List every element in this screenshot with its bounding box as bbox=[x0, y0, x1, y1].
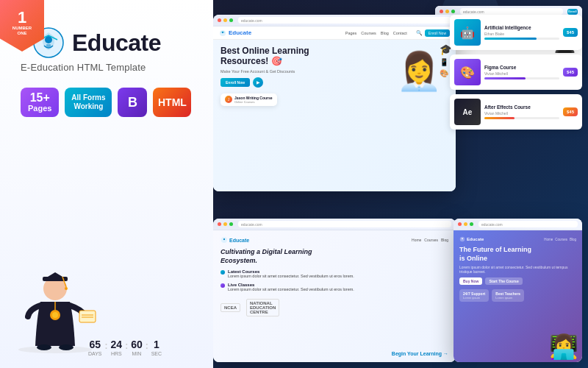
br-stat-teachers: Best Teachers Lorem ipsum bbox=[492, 289, 524, 302]
br-nav: Educate Home Courses Blog bbox=[459, 236, 576, 242]
bootstrap-badge: B bbox=[118, 88, 147, 117]
ai-info: Artificial Intelligence Ethan Blake bbox=[484, 25, 559, 40]
ai-price[interactable]: $45 bbox=[563, 28, 578, 37]
main-dot-minimize bbox=[223, 18, 227, 22]
latest-dot bbox=[220, 270, 225, 275]
main-dot-close bbox=[218, 18, 221, 22]
partner-national: NATIONALEDUCATIONCENTRE bbox=[246, 299, 279, 316]
main-nav-actions: 🔍 Enroll Now bbox=[416, 29, 450, 37]
preview-bottom-right: educate.com Educate Home Courses bbox=[453, 219, 582, 362]
dot-minimize bbox=[445, 10, 449, 13]
main-container: 1 NUMBERONE Educate E-Education HTML Tem… bbox=[0, 0, 588, 368]
main-enroll-btn[interactable]: Enroll Now bbox=[425, 29, 450, 37]
separator-2: : bbox=[123, 341, 129, 351]
bl-nav-home: Home bbox=[412, 238, 421, 242]
main-nav-links: Pages Courses Blog Contact bbox=[345, 31, 407, 35]
bottom-cta: Begin Your Learning → bbox=[392, 351, 448, 356]
preview-main: educate.com Educate Pages Courses Blog C… bbox=[213, 15, 456, 191]
svg-rect-9 bbox=[79, 311, 96, 322]
ae-thumb: Ae bbox=[454, 99, 481, 125]
br-start-btn[interactable]: Start The Course bbox=[485, 277, 522, 285]
days-label: Days bbox=[88, 351, 102, 356]
badge-subtitle: Online Courses bbox=[234, 100, 273, 104]
bottom-feature-live: Live Classes Lorem ipsum dolor sit amet … bbox=[220, 283, 448, 293]
br-nav-logo: Educate bbox=[459, 236, 484, 242]
br-person: 👩‍💻 bbox=[549, 335, 578, 358]
main-nav-logo: Educate bbox=[219, 29, 251, 37]
br-title: The Future of Learningis Online bbox=[459, 246, 576, 263]
svg-point-3 bbox=[18, 346, 92, 353]
play-btn[interactable]: ▶ bbox=[253, 77, 263, 88]
bl-nav-links: Home Courses Blog bbox=[412, 238, 448, 242]
separator-3: : bbox=[144, 341, 150, 351]
bl-nav: Educate Home Courses Blog bbox=[220, 236, 448, 244]
html-badge: HTML bbox=[153, 88, 191, 117]
stats-row: 65 Days : 24 Hrs : 60 Min : 1 Sec bbox=[88, 339, 198, 356]
browser-url: educate.com bbox=[460, 8, 563, 15]
figma-thumb: 🎨 bbox=[454, 59, 481, 85]
svg-rect-2 bbox=[46, 44, 51, 47]
svg-point-24 bbox=[462, 238, 463, 239]
bottom-right-content: Educate Home Courses Blog The Future of … bbox=[453, 230, 582, 362]
ae-price[interactable]: $45 bbox=[563, 107, 578, 116]
pages-badge: 15+ Pages bbox=[21, 88, 59, 117]
br-support-desc: Lorem ipsum bbox=[463, 296, 485, 300]
badge-number: 1 bbox=[18, 10, 26, 26]
pages-label: Pages bbox=[28, 104, 51, 113]
br-brand: Educate bbox=[467, 237, 484, 241]
main-hero-subtitle: Make Your Free Account & Get Discounts bbox=[220, 69, 390, 74]
br-dot-maximize bbox=[470, 222, 473, 226]
main-nav-pages: Pages bbox=[345, 31, 357, 35]
seconds-label: Sec bbox=[151, 351, 162, 356]
bottom-feature-latest: Latest Courses Lorem ipsum dolor sit ame… bbox=[220, 269, 448, 280]
br-nav-blog: Blog bbox=[570, 238, 576, 241]
figma-price[interactable]: $45 bbox=[563, 68, 578, 77]
figma-author: Vivian Mitchell bbox=[484, 71, 559, 76]
ae-info: After Effects Course Vivian Mitchell bbox=[484, 105, 559, 120]
br-nav-home: Home bbox=[544, 238, 553, 241]
left-panel: 1 NUMBERONE Educate E-Education HTML Tem… bbox=[0, 0, 213, 368]
svg-marker-6 bbox=[48, 272, 62, 277]
figma-title: Figma Course bbox=[484, 65, 559, 71]
partner-logos: NCEA NATIONALEDUCATIONCENTRE bbox=[220, 299, 448, 316]
br-buy-btn[interactable]: Buy Now bbox=[459, 277, 482, 285]
br-dot-close bbox=[458, 222, 462, 226]
main-enroll-hero-btn[interactable]: Enroll Now bbox=[220, 78, 250, 87]
feature-badges: 15+ Pages All FormsWorking B HTML bbox=[21, 88, 193, 117]
main-hero-text: Best Online LearningResources! 🎯 Make Yo… bbox=[220, 46, 390, 185]
hours-number: 24 bbox=[111, 339, 123, 350]
stat-hours: 24 Hrs bbox=[111, 339, 123, 356]
main-hero-title: Best Online LearningResources! 🎯 bbox=[220, 46, 390, 67]
enroll-btn-small: Enroll bbox=[567, 9, 578, 15]
ae-title: After Effects Course bbox=[484, 105, 559, 110]
main-site-nav: Educate Pages Courses Blog Contact 🔍 Enr… bbox=[213, 26, 456, 40]
bl-dot-close bbox=[218, 222, 221, 226]
dot-close bbox=[440, 10, 443, 13]
main-nav-courses: Courses bbox=[361, 31, 376, 35]
svg-point-15 bbox=[37, 344, 51, 350]
course-card-ai: 🤖 Artificial Intelligence Ethan Blake $4… bbox=[450, 15, 582, 50]
main-nav-blog: Blog bbox=[381, 31, 389, 35]
pages-count: 15+ bbox=[30, 92, 50, 104]
ai-title: Artificial Intelligence bbox=[484, 25, 559, 31]
main-hero-btns: Enroll Now ▶ bbox=[220, 77, 390, 88]
svg-point-16 bbox=[59, 344, 74, 350]
hours-label: Hrs bbox=[111, 351, 122, 356]
right-panel: educate.com Enroll Educate Pages Courses… bbox=[213, 0, 588, 368]
bl-browser-url: educate.com bbox=[238, 221, 451, 227]
ae-author: Vivian Mitchell bbox=[484, 111, 559, 116]
html-label: HTML bbox=[158, 96, 187, 108]
ai-thumb: 🤖 bbox=[454, 19, 481, 46]
ae-progress-bar bbox=[484, 117, 559, 119]
live-desc: Lorem ipsum dolor sit amet consectetur. … bbox=[228, 287, 354, 293]
main-nav-contact: Contact bbox=[393, 31, 407, 35]
latest-desc: Lorem ipsum dolor sit amet consectetur. … bbox=[228, 274, 354, 280]
seconds-number: 1 bbox=[154, 339, 159, 350]
br-nav-links: Home Courses Blog bbox=[544, 238, 576, 241]
course-cards-panel: 🤖 Artificial Intelligence Ethan Blake $4… bbox=[450, 15, 582, 221]
svg-point-8 bbox=[65, 287, 68, 290]
main-nav-brand: Educate bbox=[229, 29, 251, 36]
forms-label: All FormsWorking bbox=[71, 93, 105, 111]
minutes-number: 60 bbox=[131, 339, 143, 350]
course-card-figma: 🎨 Figma Course Vivian Mitchell $45 bbox=[450, 54, 582, 90]
